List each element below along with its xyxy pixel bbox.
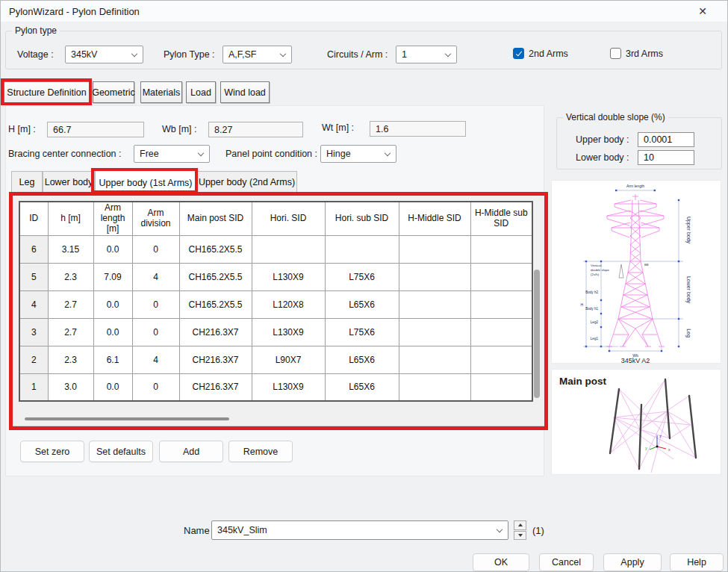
- slope-group-label: Vertical double slope (%): [563, 112, 668, 122]
- upper-body-input[interactable]: 0.0001: [638, 132, 694, 147]
- table-cell[interactable]: 0.0: [93, 235, 132, 263]
- table-cell[interactable]: [470, 235, 532, 263]
- table-cell[interactable]: 0: [132, 318, 179, 346]
- vertical-scrollbar[interactable]: [533, 201, 541, 400]
- table-cell[interactable]: [399, 318, 470, 346]
- subtab-upper-body-1st-arms[interactable]: Upper body (1st Arms): [95, 170, 196, 194]
- table-cell[interactable]: L90X7: [252, 346, 325, 373]
- table-cell[interactable]: L130X9: [252, 318, 325, 346]
- panel-point-select[interactable]: Hinge: [320, 145, 396, 163]
- table-cell[interactable]: [470, 346, 532, 373]
- set-zero-button[interactable]: Set zero: [20, 441, 84, 462]
- table-cell[interactable]: 3.15: [48, 235, 93, 263]
- tab-load[interactable]: Load: [186, 81, 216, 103]
- table-cell[interactable]: 0.0: [93, 373, 132, 401]
- table-cell[interactable]: [252, 235, 325, 263]
- table-cell[interactable]: 0: [132, 235, 179, 263]
- set-defaults-button[interactable]: Set defaults: [89, 441, 153, 462]
- circuits-select[interactable]: 1: [396, 46, 457, 63]
- table-cell[interactable]: L75X6: [325, 263, 399, 290]
- table-cell[interactable]: [399, 235, 470, 263]
- wb-field[interactable]: 8.27: [208, 122, 303, 137]
- help-button[interactable]: Help: [670, 553, 724, 571]
- table-cell[interactable]: [470, 318, 532, 346]
- voltage-select[interactable]: 345kV: [65, 46, 143, 63]
- diagram-arm-length-label: Arm length: [626, 184, 644, 188]
- pylon-type-value: A,F,SF: [228, 49, 257, 60]
- subtab-lower-body[interactable]: Lower body: [43, 171, 95, 193]
- table-cell[interactable]: CH165.2X5.5: [179, 290, 252, 318]
- name-select[interactable]: 345kV_Slim: [211, 520, 508, 540]
- table-cell[interactable]: L65X6: [325, 290, 399, 318]
- table-cell[interactable]: L75X6: [325, 318, 399, 346]
- table-cell[interactable]: 3.0: [48, 373, 93, 401]
- name-count: (1): [532, 525, 544, 536]
- spinner-up-button[interactable]: [514, 520, 526, 530]
- vertical-scrollbar-thumb[interactable]: [534, 270, 540, 398]
- tab-geometric[interactable]: Geometric: [93, 81, 134, 103]
- bracing-select[interactable]: Free: [134, 145, 210, 163]
- table-cell[interactable]: CH216.3X7: [179, 373, 252, 401]
- table-cell[interactable]: 2.7: [48, 318, 93, 346]
- row-id-cell: 5: [19, 263, 48, 290]
- table-cell[interactable]: L65X6: [325, 373, 399, 401]
- pylon-type-label: Pylon Type :: [164, 49, 215, 60]
- name-label: Name: [184, 525, 210, 536]
- subtab-leg[interactable]: Leg: [11, 171, 43, 193]
- h-field[interactable]: 66.7: [47, 122, 144, 137]
- table-cell[interactable]: 0: [132, 373, 179, 401]
- table-cell[interactable]: [470, 373, 532, 401]
- tab-structure-definition[interactable]: Structure Definition: [4, 81, 90, 103]
- table-cell[interactable]: 4: [132, 346, 179, 373]
- table-cell[interactable]: 0: [132, 290, 179, 318]
- close-icon[interactable]: ✕: [693, 4, 712, 19]
- table-cell[interactable]: 0.0: [93, 318, 132, 346]
- ok-button[interactable]: OK: [473, 553, 529, 571]
- spinner-down-button[interactable]: [514, 531, 526, 541]
- h-value: 66.7: [53, 125, 71, 135]
- table-cell[interactable]: L130X9: [252, 373, 325, 401]
- row-id-cell: 4: [19, 290, 48, 318]
- table-cell[interactable]: CH216.3X7: [179, 318, 252, 346]
- remove-button[interactable]: Remove: [228, 441, 293, 462]
- table-cell[interactable]: CH165.2X5.5: [179, 263, 252, 290]
- col-header-id: ID: [19, 202, 48, 235]
- lower-body-input[interactable]: 10: [638, 150, 694, 165]
- pylon-type-select[interactable]: A,F,SF: [223, 46, 292, 63]
- table-cell[interactable]: 0.0: [93, 290, 132, 318]
- apply-button[interactable]: Apply: [603, 553, 662, 571]
- wt-field[interactable]: 1.6: [370, 121, 466, 137]
- table-cell[interactable]: 4: [132, 263, 179, 290]
- table-cell[interactable]: [399, 263, 470, 290]
- table-cell[interactable]: [399, 373, 470, 401]
- table-cell[interactable]: [399, 346, 470, 373]
- tab-wind-load[interactable]: Wind load: [220, 81, 270, 103]
- col-header-h-middle-sid: H-Middle SID: [399, 202, 470, 235]
- third-arms-checkbox[interactable]: 3rd Arms: [610, 48, 663, 59]
- table-cell[interactable]: 2.3: [48, 263, 93, 290]
- third-arms-label: 3rd Arms: [626, 49, 663, 59]
- tab-materials[interactable]: Materials: [140, 81, 182, 103]
- col-header-arm-division: Arm division: [132, 202, 179, 235]
- table-cell[interactable]: 7.09: [93, 263, 132, 290]
- cancel-button[interactable]: Cancel: [539, 553, 594, 571]
- diagram-caption: 345kV A2: [621, 357, 650, 364]
- horizontal-scrollbar-thumb[interactable]: [25, 417, 229, 420]
- table-cell[interactable]: [470, 290, 532, 318]
- table-cell[interactable]: L120X8: [252, 290, 325, 318]
- table-row: 63.150.00CH165.2X5.5: [19, 235, 532, 263]
- table-cell[interactable]: [470, 263, 532, 290]
- table-cell[interactable]: 2.7: [48, 290, 93, 318]
- voltage-label: Voltage :: [17, 49, 54, 60]
- table-cell[interactable]: [399, 290, 470, 318]
- table-cell[interactable]: CH216.3X7: [179, 346, 252, 373]
- table-cell[interactable]: L65X6: [325, 346, 399, 373]
- second-arms-checkbox[interactable]: 2nd Arms: [513, 48, 568, 59]
- table-cell[interactable]: 2.3: [48, 346, 93, 373]
- table-cell[interactable]: L130X9: [252, 263, 325, 290]
- subtab-upper-body-2nd-arms[interactable]: Upper body (2nd Arms): [196, 171, 297, 193]
- table-cell[interactable]: 6.1: [93, 346, 132, 373]
- table-cell[interactable]: [325, 235, 399, 263]
- table-cell[interactable]: CH165.2X5.5: [179, 235, 252, 263]
- add-button[interactable]: Add: [159, 441, 223, 462]
